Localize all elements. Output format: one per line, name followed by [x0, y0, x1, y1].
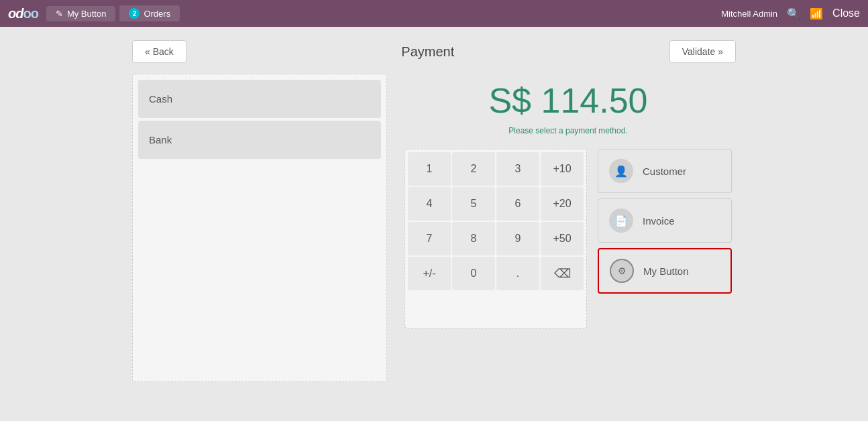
my-button-icon: ✎ [56, 9, 63, 19]
key-plus10[interactable]: +10 [541, 152, 584, 186]
back-button[interactable]: « Back [132, 40, 186, 63]
key-plus50[interactable]: +50 [541, 222, 584, 255]
orders-nav[interactable]: 2 Orders [119, 5, 180, 21]
customer-button[interactable]: 👤 Customer [598, 149, 732, 193]
topnav-right: Mitchell Admin 🔍 📶 Close [721, 7, 860, 20]
my-button-nav[interactable]: ✎ My Button [46, 6, 116, 21]
key-2[interactable]: 2 [452, 152, 495, 186]
my-button-label: My Button [67, 9, 107, 19]
key-3[interactable]: 3 [496, 152, 539, 186]
payment-method-bank[interactable]: Bank [138, 121, 381, 159]
invoice-icon: 📄 [609, 208, 633, 233]
key-plusminus[interactable]: +/- [408, 257, 451, 290]
top-nav: odoo ✎ My Button 2 Orders Mitchell Admin… [0, 0, 868, 27]
orders-label: Orders [144, 9, 170, 19]
search-button[interactable]: 🔍 [787, 7, 800, 20]
page-title: Payment [401, 44, 454, 60]
mybutton-button[interactable]: ⚙ My Button [598, 248, 732, 294]
mybutton-icon: ⚙ [610, 259, 634, 283]
key-5[interactable]: 5 [452, 187, 495, 221]
header-row: « Back Payment Validate » [132, 40, 736, 63]
amount-display: S$ 114.50 [488, 80, 647, 121]
payment-area: Cash Bank S$ 114.50 Please select a paym… [132, 74, 736, 382]
numpad: 1 2 3 +10 4 5 6 +20 7 8 9 +50 +/- 0 . ⌫ [404, 149, 587, 328]
user-name: Mitchell Admin [721, 9, 777, 19]
key-9[interactable]: 9 [496, 222, 539, 255]
wifi-icon: 📶 [810, 7, 823, 20]
payment-method-cash[interactable]: Cash [138, 80, 381, 118]
orders-badge: 2 [129, 8, 140, 19]
key-0[interactable]: 0 [452, 257, 495, 290]
invoice-label: Invoice [643, 215, 675, 227]
payment-hint: Please select a payment method. [508, 126, 627, 135]
key-4[interactable]: 4 [408, 187, 451, 221]
validate-button[interactable]: Validate » [669, 40, 736, 63]
key-8[interactable]: 8 [452, 222, 495, 255]
key-7[interactable]: 7 [408, 222, 451, 255]
key-plus20[interactable]: +20 [541, 187, 584, 221]
odoo-logo: odoo [8, 6, 38, 21]
customer-icon: 👤 [609, 159, 633, 183]
payment-methods-panel: Cash Bank [132, 74, 387, 382]
key-backspace[interactable]: ⌫ [541, 257, 584, 290]
action-buttons: 👤 Customer 📄 Invoice ⚙ My Button [598, 149, 732, 294]
payment-right: S$ 114.50 Please select a payment method… [387, 74, 736, 382]
key-6[interactable]: 6 [496, 187, 539, 221]
close-button[interactable]: Close [832, 7, 860, 19]
key-dot[interactable]: . [496, 257, 539, 290]
mybutton-label: My Button [643, 265, 689, 277]
numpad-actions-row: 1 2 3 +10 4 5 6 +20 7 8 9 +50 +/- 0 . ⌫ [404, 149, 732, 328]
invoice-button[interactable]: 📄 Invoice [598, 198, 732, 243]
customer-label: Customer [643, 166, 686, 177]
key-1[interactable]: 1 [408, 152, 451, 186]
main-content: « Back Payment Validate » Cash Bank S$ 1… [0, 27, 868, 421]
